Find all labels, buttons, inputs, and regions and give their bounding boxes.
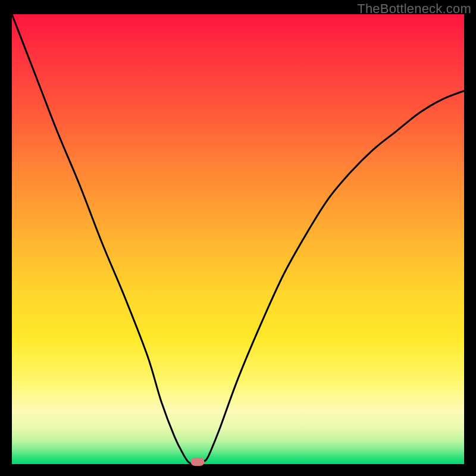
watermark-text: TheBottleneck.com: [357, 1, 471, 17]
minimum-marker: [190, 458, 204, 466]
plot-area: [12, 14, 464, 464]
bottleneck-curve: [12, 14, 464, 464]
chart-frame: TheBottleneck.com: [0, 0, 476, 476]
